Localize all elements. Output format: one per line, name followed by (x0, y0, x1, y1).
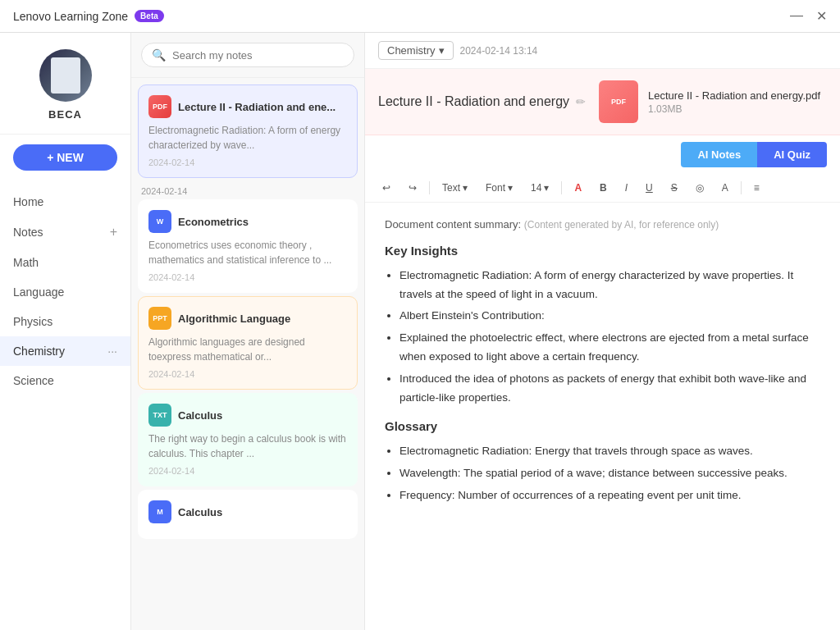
toolbar-divider-2 (561, 181, 562, 194)
summary-note: (Content generated by AI, for reference … (524, 219, 719, 231)
sidebar: BECA + NEW Home Notes + Math Language (0, 33, 131, 630)
note-date-1: 2024-02-14 (148, 272, 347, 282)
chevron-down-icon: ▾ (439, 44, 445, 57)
note-card-3[interactable]: TXT Calculus The right way to begin a ca… (138, 393, 358, 486)
search-icon: 🔍 (152, 48, 166, 62)
list-item: Albert Einstein's Contribution: (399, 307, 820, 326)
note-title-1: Econometrics (178, 216, 249, 228)
titlebar: Lenovo Learning Zone Beta — ✕ (0, 0, 840, 33)
sidebar-item-math[interactable]: Math (0, 248, 130, 277)
note-card-0[interactable]: PDF Lecture II - Radiation and ene... El… (138, 84, 358, 178)
note-title-2: Algorithmic Language (178, 313, 290, 325)
note-title-3: Calculus (178, 409, 222, 422)
note-title-0: Lecture II - Radiation and ene... (178, 101, 336, 113)
notes-scroll: PDF Lecture II - Radiation and ene... El… (131, 78, 364, 630)
text-style-button[interactable]: Text ▾ (435, 179, 475, 197)
ai-notes-button[interactable]: AI Notes (681, 142, 757, 167)
search-section: 🔍 (131, 33, 364, 78)
list-item: Electromagnetic Radiation: Energy that t… (399, 442, 820, 461)
strike-button[interactable]: S (664, 179, 685, 197)
sidebar-nav: Home Notes + Math Language Physics Chemi… (0, 180, 130, 630)
font-button[interactable]: Font ▾ (478, 179, 520, 197)
glossary-list: Electromagnetic Radiation: Energy that t… (385, 442, 820, 505)
list-item: Frequency: Number of occurrences of a re… (399, 486, 820, 505)
sidebar-item-science[interactable]: Science (0, 366, 130, 395)
note-title-4: Calculus (178, 506, 222, 518)
sidebar-label-math: Math (13, 256, 39, 269)
content-header: Chemistry ▾ 2024-02-14 13:14 (365, 33, 840, 69)
sidebar-item-physics[interactable]: Physics (0, 307, 130, 336)
undo-button[interactable]: ↩ (375, 179, 398, 197)
doc-title-bar: Lecture II - Radiation and energy ✏ PDF … (365, 69, 840, 135)
search-input[interactable] (172, 49, 344, 62)
sidebar-label-physics: Physics (13, 315, 52, 328)
notes-list-panel: 🔍 PDF Lecture II - Radiation and ene... … (131, 33, 365, 630)
list-item: Electromagnetic Radiation: A form of ene… (399, 267, 820, 304)
main-content: Chemistry ▾ 2024-02-14 13:14 Lecture II … (365, 33, 840, 630)
pdf-filename: Lecture II - Radiation and energy.pdf (648, 89, 820, 102)
sidebar-chemistry-more-icon[interactable]: ··· (107, 345, 117, 358)
note-icon-1: W (148, 210, 171, 233)
date-separator-1: 2024-02-14 (138, 181, 358, 199)
category-dropdown[interactable]: Chemistry ▾ (378, 41, 454, 60)
sidebar-item-language[interactable]: Language (0, 277, 130, 307)
list-item: Explained the photoelectric effect, wher… (399, 329, 820, 367)
content-date: 2024-02-14 13:14 (460, 45, 538, 57)
window-controls[interactable]: — ✕ (790, 8, 827, 24)
sidebar-label-language: Language (13, 285, 64, 299)
note-card-2[interactable]: PPT Algorithmic Language Algorithmic lan… (138, 296, 358, 390)
key-insights-title: Key Insights (385, 240, 820, 262)
edit-icon[interactable]: ✏ (576, 95, 586, 108)
beta-badge: Beta (135, 10, 164, 22)
search-wrap[interactable]: 🔍 (141, 43, 354, 67)
font-size-button[interactable]: 14 ▾ (523, 179, 556, 197)
underline-button[interactable]: U (638, 179, 660, 197)
sidebar-label-home: Home (13, 195, 43, 208)
bold-button[interactable]: B (592, 179, 614, 197)
key-insights-list: Electromagnetic Radiation: A form of ene… (385, 267, 820, 409)
toolbar-divider-1 (429, 181, 430, 194)
italic-button[interactable]: I (618, 179, 635, 197)
pdf-attachment: PDF Lecture II - Radiation and energy.pd… (599, 77, 820, 126)
minimize-button[interactable]: — (790, 8, 803, 24)
content-body: Document content summary: (Content gener… (365, 203, 840, 630)
avatar (39, 49, 92, 102)
note-card-4[interactable]: M Calculus (138, 490, 358, 539)
note-date-2: 2024-02-14 (148, 369, 347, 379)
summary-label: Document content summary: (Content gener… (385, 216, 820, 234)
list-item: Wavelength: The spatial period of a wave… (399, 464, 820, 483)
titlebar-left: Lenovo Learning Zone Beta (13, 10, 164, 23)
new-button[interactable]: + NEW (13, 144, 117, 171)
note-icon-2: PPT (148, 307, 171, 330)
note-preview-1: Econometrics uses economic theory , math… (148, 238, 347, 267)
sidebar-label-science: Science (13, 374, 54, 387)
category-label: Chemistry (387, 44, 436, 57)
more-options-button[interactable]: ≡ (746, 179, 767, 197)
highlight-button[interactable]: ◎ (688, 179, 711, 197)
sidebar-label-notes: Notes (13, 226, 43, 239)
sidebar-item-chemistry[interactable]: Chemistry ··· (0, 336, 130, 366)
user-name: BECA (48, 108, 82, 121)
ai-quiz-button[interactable]: AI Quiz (757, 142, 827, 167)
redo-button[interactable]: ↪ (401, 179, 424, 197)
sidebar-notes-add-icon[interactable]: + (110, 225, 117, 240)
glossary-title: Glossary (385, 416, 820, 437)
ai-buttons: AI Notes AI Quiz (365, 135, 840, 174)
note-icon-3: TXT (148, 404, 171, 427)
note-date-0: 2024-02-14 (148, 158, 347, 167)
pdf-thumbnail: PDF (599, 80, 638, 123)
font-color-button[interactable]: A (567, 179, 589, 197)
sidebar-item-notes[interactable]: Notes + (0, 217, 130, 248)
list-item: Introduced the idea of photons as packet… (399, 370, 820, 408)
pdf-info: Lecture II - Radiation and energy.pdf 1.… (648, 89, 820, 115)
note-date-3: 2024-02-14 (148, 466, 347, 476)
note-card-1[interactable]: W Econometrics Econometrics uses economi… (138, 199, 358, 293)
text-color-button[interactable]: A (714, 179, 736, 197)
toolbar-divider-3 (741, 181, 742, 194)
sidebar-item-home[interactable]: Home (0, 187, 130, 217)
avatar-section: BECA (0, 33, 130, 135)
note-icon-4: M (148, 500, 171, 523)
note-icon-0: PDF (148, 95, 171, 118)
note-preview-2: Algorithmic languages are designed toexp… (148, 335, 347, 364)
close-button[interactable]: ✕ (816, 8, 827, 24)
